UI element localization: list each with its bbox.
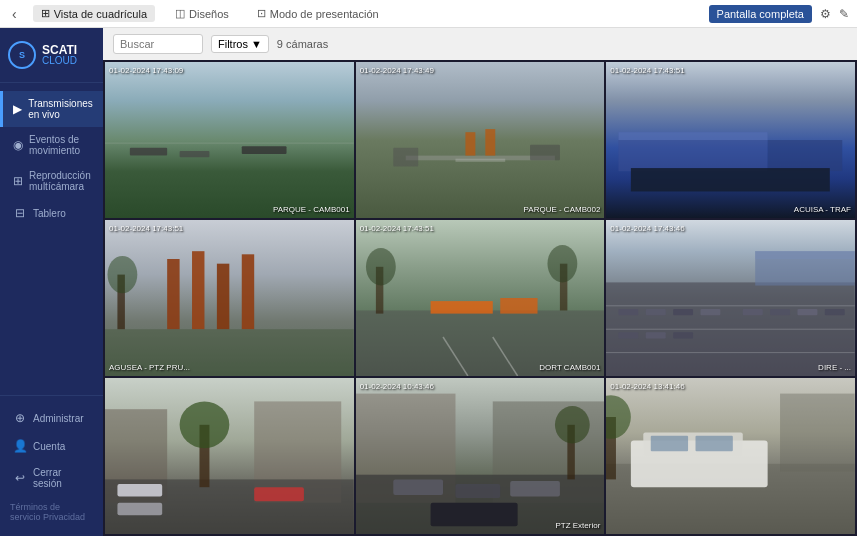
- svg-rect-12: [768, 140, 843, 171]
- sidebar-footer-links[interactable]: Términos de servicio Privacidad: [0, 496, 103, 528]
- camera-cell-2[interactable]: 01-02-2024 17:43:49 PARQUE - CAMB002: [356, 62, 605, 218]
- camera-cell-9[interactable]: 01-02-2024 13:41:46: [606, 378, 855, 534]
- camera-cell-5[interactable]: 01-02-2024 17:43:51 DORT CAMB001: [356, 220, 605, 376]
- tab-designs-label: Diseños: [189, 8, 229, 20]
- svg-rect-58: [393, 479, 443, 495]
- camera-cell-4[interactable]: 01-02-2024 17:43:51 AGUSEA - PTZ PRU...: [105, 220, 354, 376]
- logo-text: SCATI CLOUD: [42, 44, 77, 66]
- top-bar-right: Pantalla completa ⚙ ✎: [709, 5, 849, 23]
- sidebar-item-admin-label: Administrar: [33, 413, 84, 424]
- svg-rect-15: [192, 251, 204, 329]
- sidebar-item-account-label: Cuenta: [33, 441, 65, 452]
- camera-bg-8: [356, 378, 605, 534]
- tab-grid-view[interactable]: ⊞ Vista de cuadrícula: [33, 5, 155, 22]
- tab-presentation-label: Modo de presentación: [270, 8, 379, 20]
- camera-5-timestamp: 01-02-2024 17:43:51: [360, 224, 434, 233]
- motion-icon: ◉: [13, 138, 23, 152]
- sidebar-item-dashboard[interactable]: ⊟ Tablero: [0, 199, 103, 227]
- account-icon: 👤: [13, 439, 27, 453]
- logo-icon: S: [8, 41, 36, 69]
- filter-label: Filtros: [218, 38, 248, 50]
- svg-rect-40: [673, 332, 693, 338]
- camera-5-label: DORT CAMB001: [539, 363, 600, 372]
- filter-button[interactable]: Filtros ▼: [211, 35, 269, 53]
- camera-bg-5: [356, 220, 605, 376]
- svg-rect-59: [455, 484, 500, 498]
- svg-point-25: [366, 248, 396, 285]
- camera-cell-6[interactable]: 01-02-2024 17:43:46 DIRE - ...: [606, 220, 855, 376]
- dashboard-icon: ⊟: [13, 206, 27, 220]
- svg-rect-39: [646, 332, 666, 338]
- svg-rect-22: [430, 301, 492, 313]
- designs-icon: ◫: [175, 7, 185, 20]
- live-icon: ▶: [13, 102, 22, 116]
- svg-point-63: [555, 406, 590, 443]
- sidebar-item-account[interactable]: 👤 Cuenta: [0, 432, 103, 460]
- camera-bg-3: [606, 62, 855, 218]
- svg-rect-5: [393, 148, 418, 167]
- camera-8-label: PTZ Exterior: [555, 521, 600, 530]
- camera-bg-4: [105, 220, 354, 376]
- sidebar-bottom: ⊕ Administrar 👤 Cuenta ↩ Cerrar sesión T…: [0, 395, 103, 536]
- camera-4-timestamp: 01-02-2024 17:43:51: [109, 224, 183, 233]
- camera-1-label: PARQUE - CAMB001: [273, 205, 350, 214]
- svg-rect-34: [619, 309, 639, 315]
- svg-rect-37: [701, 309, 721, 315]
- svg-rect-8: [465, 132, 475, 155]
- svg-rect-11: [619, 132, 768, 140]
- grid-view-icon: ⊞: [41, 7, 50, 20]
- svg-rect-52: [117, 484, 162, 496]
- settings-icon[interactable]: ⚙: [820, 7, 831, 21]
- sidebar-logo: S SCATI CLOUD: [0, 28, 103, 83]
- svg-rect-71: [780, 394, 855, 472]
- tab-presentation[interactable]: ⊡ Modo de presentación: [249, 5, 387, 22]
- search-input[interactable]: [113, 34, 203, 54]
- camera-cell-7[interactable]: [105, 378, 354, 534]
- svg-rect-44: [825, 309, 845, 315]
- svg-rect-6: [530, 145, 560, 161]
- svg-rect-1: [180, 151, 210, 157]
- main-layout: S SCATI CLOUD ▶ Transmisiones en vivo ◉ …: [0, 28, 857, 536]
- sidebar: S SCATI CLOUD ▶ Transmisiones en vivo ◉ …: [0, 28, 103, 536]
- svg-point-20: [107, 256, 137, 293]
- admin-icon: ⊕: [13, 411, 27, 425]
- camera-2-label: PARQUE - CAMB002: [524, 205, 601, 214]
- camera-bg-9: [606, 378, 855, 534]
- camera-3-timestamp: 01-02-2024 17:43:51: [610, 66, 684, 75]
- sub-toolbar: Filtros ▼ 9 cámaras: [103, 28, 857, 60]
- svg-rect-36: [673, 309, 693, 315]
- filter-chevron-icon: ▼: [251, 38, 262, 50]
- tab-designs[interactable]: ◫ Diseños: [167, 5, 237, 22]
- svg-rect-17: [242, 254, 254, 329]
- sidebar-item-dashboard-label: Tablero: [33, 208, 66, 219]
- svg-rect-23: [500, 298, 537, 314]
- sidebar-item-motion-label: Eventos de movimiento: [29, 134, 93, 156]
- sidebar-item-live-label: Transmisiones en vivo: [28, 98, 93, 120]
- camera-cell-8[interactable]: 01-02-2024 10:43:46 PTZ Exterior: [356, 378, 605, 534]
- svg-point-27: [547, 245, 577, 282]
- logo-letter: S: [19, 50, 25, 60]
- svg-rect-13: [631, 168, 830, 191]
- svg-rect-60: [510, 481, 560, 497]
- back-arrow[interactable]: ‹: [8, 6, 21, 22]
- camera-cell-1[interactable]: 01-02-2024 17:43:09 PARQUE - CAMB001: [105, 62, 354, 218]
- svg-rect-35: [646, 309, 666, 315]
- sidebar-item-admin[interactable]: ⊕ Administrar: [0, 404, 103, 432]
- sidebar-item-multicam-label: Reproducción multícámara: [29, 170, 93, 192]
- svg-rect-68: [696, 436, 733, 452]
- sidebar-item-motion[interactable]: ◉ Eventos de movimiento: [0, 127, 103, 163]
- presentation-icon: ⊡: [257, 7, 266, 20]
- camera-grid: 01-02-2024 17:43:09 PARQUE - CAMB001: [103, 60, 857, 536]
- logout-icon: ↩: [13, 471, 27, 485]
- svg-rect-2: [242, 146, 287, 154]
- edit-icon[interactable]: ✎: [839, 7, 849, 21]
- svg-rect-54: [254, 487, 304, 501]
- sidebar-item-live[interactable]: ▶ Transmisiones en vivo: [0, 91, 103, 127]
- camera-cell-3[interactable]: 01-02-2024 17:43:51 ACUISA - TRAF: [606, 62, 855, 218]
- sidebar-item-multicam[interactable]: ⊞ Reproducción multícámara: [0, 163, 103, 199]
- camera-3-label: ACUISA - TRAF: [794, 205, 851, 214]
- camera-2-timestamp: 01-02-2024 17:43:49: [360, 66, 434, 75]
- svg-rect-9: [485, 129, 495, 156]
- sidebar-item-logout[interactable]: ↩ Cerrar sesión: [0, 460, 103, 496]
- fullscreen-button[interactable]: Pantalla completa: [709, 5, 812, 23]
